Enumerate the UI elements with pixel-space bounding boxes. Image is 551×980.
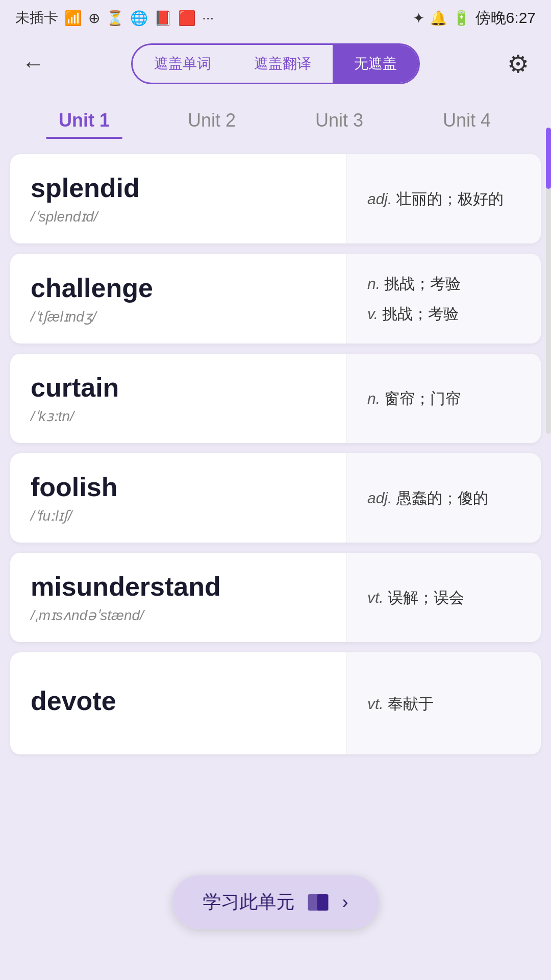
word-phonetic-foolish: /ˈfuːlɪʃ/ [31, 507, 326, 524]
scrollbar-track[interactable] [546, 128, 551, 434]
word-right-devote: vt. 奉献于 [347, 652, 541, 754]
bell-icon: 🔔 [430, 10, 447, 27]
word-card-devote: devote vt. 奉献于 [10, 652, 541, 754]
app-icon-2: 🟥 [178, 10, 196, 27]
word-left-challenge: challenge /ˈtʃælɪndʒ/ [10, 254, 347, 344]
word-english-challenge: challenge [31, 273, 326, 303]
tab-unit2[interactable]: Unit 2 [148, 102, 276, 139]
cover-words-button[interactable]: 遮盖单词 [133, 45, 233, 83]
top-nav: ← 遮盖单词 遮盖翻译 无遮盖 ⚙ [0, 36, 551, 92]
tab-unit1[interactable]: Unit 1 [20, 102, 148, 139]
word-card-splendid: splendid /ˈsplendɪd/ adj. 壮丽的；极好的 [10, 154, 541, 243]
cover-button-group: 遮盖单词 遮盖翻译 无遮盖 [131, 43, 420, 84]
word-def-foolish-0: adj. 愚蠢的；傻的 [367, 486, 520, 509]
word-def-challenge-0: n. 挑战；考验 [367, 272, 520, 295]
study-btn-arrow-icon: › [342, 892, 348, 913]
word-def-devote-0: vt. 奉献于 [367, 692, 520, 715]
word-list: splendid /ˈsplendɪd/ adj. 壮丽的；极好的 challe… [0, 154, 551, 765]
app-icon-1: 📕 [154, 10, 172, 27]
cards-icon [305, 894, 330, 911]
word-english-splendid: splendid [31, 173, 326, 203]
settings-button[interactable]: ⚙ [500, 46, 536, 82]
card-rect-front [317, 894, 329, 911]
word-left-curtain: curtain /ˈkɜːtn/ [10, 354, 347, 443]
word-phonetic-challenge: /ˈtʃælɪndʒ/ [31, 308, 326, 325]
battery-icon: 🔋 [453, 10, 470, 27]
cover-translation-button[interactable]: 遮盖翻译 [233, 45, 333, 83]
word-card-curtain: curtain /ˈkɜːtn/ n. 窗帘；门帘 [10, 354, 541, 443]
word-right-misunderstand: vt. 误解；误会 [347, 553, 541, 642]
status-carrier: 未插卡 [15, 8, 58, 28]
study-btn-label: 学习此单元 [203, 890, 295, 915]
timer-icon: ⏳ [106, 10, 124, 27]
word-right-curtain: n. 窗帘；门帘 [347, 354, 541, 443]
word-card-misunderstand: misunderstand /ˌmɪsʌndəˈstænd/ vt. 误解；误会 [10, 553, 541, 642]
word-right-foolish: adj. 愚蠢的；傻的 [347, 453, 541, 543]
bluetooth-icon: ✦ [413, 10, 424, 27]
more-icon: ··· [202, 10, 214, 26]
word-right-challenge: n. 挑战；考验 v. 挑战；考验 [347, 254, 541, 344]
word-def-challenge-1: v. 挑战；考验 [367, 302, 520, 325]
word-def-curtain-0: n. 窗帘；门帘 [367, 387, 520, 410]
back-button[interactable]: ← [15, 46, 51, 82]
tab-unit3[interactable]: Unit 3 [276, 102, 403, 139]
back-arrow-icon: ← [22, 53, 44, 75]
word-phonetic-misunderstand: /ˌmɪsʌndəˈstænd/ [31, 607, 326, 624]
word-def-misunderstand-0: vt. 误解；误会 [367, 586, 520, 609]
word-card-foolish: foolish /ˈfuːlɪʃ/ adj. 愚蠢的；傻的 [10, 453, 541, 543]
tab-unit4[interactable]: Unit 4 [403, 102, 531, 139]
study-unit-button[interactable]: 学习此单元 › [172, 875, 379, 929]
word-right-splendid: adj. 壮丽的；极好的 [347, 154, 541, 243]
scrollbar-thumb [546, 128, 551, 189]
status-bar: 未插卡 📶 ⊕ ⏳ 🌐 📕 🟥 ··· ✦ 🔔 🔋 傍晚6:27 [0, 0, 551, 36]
gear-icon: ⚙ [507, 50, 529, 78]
word-card-challenge: challenge /ˈtʃælɪndʒ/ n. 挑战；考验 v. 挑战；考验 [10, 254, 541, 344]
word-phonetic-splendid: /ˈsplendɪd/ [31, 208, 326, 225]
word-left-foolish: foolish /ˈfuːlɪʃ/ [10, 453, 347, 543]
no-cover-button[interactable]: 无遮盖 [333, 45, 418, 83]
signal-icon: ⊕ [88, 10, 100, 27]
word-left-devote: devote [10, 652, 347, 754]
word-english-devote: devote [31, 685, 326, 716]
browser-icon: 🌐 [130, 10, 148, 27]
status-left: 未插卡 📶 ⊕ ⏳ 🌐 📕 🟥 ··· [15, 8, 214, 28]
wifi-icon: 📶 [64, 10, 82, 27]
status-time: 傍晚6:27 [475, 8, 536, 29]
status-right: ✦ 🔔 🔋 傍晚6:27 [413, 8, 536, 29]
word-left-misunderstand: misunderstand /ˌmɪsʌndəˈstænd/ [10, 553, 347, 642]
study-button-container: 学习此单元 › [172, 875, 379, 929]
word-english-curtain: curtain [31, 372, 326, 403]
word-phonetic-curtain: /ˈkɜːtn/ [31, 408, 326, 425]
word-def-splendid-0: adj. 壮丽的；极好的 [367, 187, 520, 210]
unit-tabs: Unit 1 Unit 2 Unit 3 Unit 4 [0, 92, 551, 154]
word-left-splendid: splendid /ˈsplendɪd/ [10, 154, 347, 243]
word-english-foolish: foolish [31, 472, 326, 502]
word-english-misunderstand: misunderstand [31, 571, 326, 602]
